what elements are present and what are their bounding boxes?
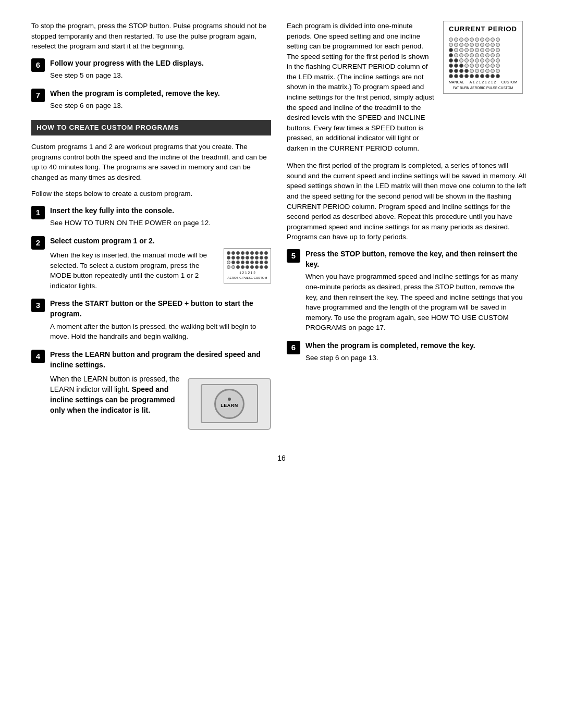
manual-label: MANUAL [449, 80, 464, 85]
led-row-3 [227, 261, 268, 264]
led-dot [250, 265, 254, 269]
matrix-row-5 [449, 58, 517, 63]
led-dot [246, 256, 249, 260]
step-6-number: 6 [31, 58, 45, 72]
step-7-number: 7 [31, 89, 45, 102]
step-6r-sub: See step 6 on page 13. [305, 353, 475, 363]
led-dot [231, 265, 235, 269]
step-1-number: 1 [31, 206, 45, 219]
led-row-1 [227, 251, 268, 255]
right-para-2: When the first period of the program is … [287, 161, 527, 242]
led-label-row: 1 2 1 2 1 2 [227, 270, 268, 275]
led-dot [227, 251, 230, 255]
right-column: Each program is divided into one-minute … [287, 21, 527, 437]
step-7-sub: See step 6 on page 13. [50, 101, 220, 111]
led-dot [241, 256, 244, 260]
led-dot [241, 265, 244, 269]
step-1-sub: See HOW TO TURN ON THE POWER on page 12. [50, 218, 211, 228]
two-column-layout: To stop the program, press the STOP butt… [31, 21, 532, 437]
led-dot [264, 261, 268, 264]
fat-burn-label: FAT BURN AEROBIC PULSE CUSTOM [449, 85, 517, 90]
led-label-aerobic: AEROBIC PULSE CUSTOM [227, 276, 268, 280]
custom-label: CUSTOM [501, 80, 517, 85]
step-2-title: Select custom program 1 or 2. [50, 236, 271, 246]
led-dot [260, 256, 263, 260]
step-6r-title: When the program is completed, remove th… [305, 340, 475, 351]
current-period-diagram: CURRENT PERIOD [443, 21, 527, 153]
matrix-row-2 [449, 43, 517, 47]
matrix-bottom-labels: MANUAL A 1 2 1 2 1 2 1 2 CUSTOM [449, 80, 517, 85]
matrix-row-1 [449, 38, 517, 42]
step-3-content: Press the START button or the SPEED + bu… [50, 298, 271, 342]
led-label-manual: 1 2 1 2 1 2 [239, 271, 255, 275]
step-4: 4 Press the LEARN button and program the… [31, 349, 271, 430]
step-6-sub: See step 5 on page 13. [50, 70, 204, 81]
step-7-title: When the program is completed, remove th… [50, 88, 220, 98]
step-6-right: 6 When the program is completed, remove … [287, 340, 527, 363]
step-4-text: When the LEARN button is pressed, the LE… [50, 374, 180, 416]
led-dot [231, 261, 235, 264]
right-intro-text: Each program is divided into one-minute … [287, 21, 436, 153]
matrix-row-8 [449, 74, 517, 78]
page: To stop the program, press the STOP butt… [0, 0, 563, 728]
section-header: HOW TO CREATE CUSTOM PROGRAMS [31, 120, 271, 135]
led-dot [227, 256, 230, 260]
led-dot [227, 261, 230, 264]
led-dot [260, 265, 263, 269]
led-dot [255, 251, 259, 255]
led-dot [227, 265, 230, 269]
page-number: 16 [31, 453, 532, 463]
step-3-text: A moment after the button is pressed, th… [50, 322, 271, 342]
led-dot [250, 251, 254, 255]
led-dot [236, 265, 240, 269]
current-period-title: CURRENT PERIOD [449, 24, 517, 34]
led-dot [250, 256, 254, 260]
led-dot [246, 265, 249, 269]
led-row-2 [227, 256, 268, 260]
led-dot [250, 261, 254, 264]
step-1-title: Insert the key fully into the console. [50, 205, 211, 216]
step-5-right: 5 Press the STOP button, remove the key,… [287, 249, 527, 333]
learn-button: LEARN [214, 389, 244, 419]
step-7: 7 When the program is completed, remove … [31, 88, 271, 111]
step-1-content: Insert the key fully into the console. S… [50, 205, 211, 228]
step-6r-content: When the program is completed, remove th… [305, 340, 475, 363]
matrix-row-3 [449, 48, 517, 52]
matrix-row-4 [449, 53, 517, 57]
learn-button-indicator [228, 398, 231, 401]
led-dot [260, 261, 263, 264]
led-dot [255, 265, 259, 269]
led-dot [241, 251, 244, 255]
step-3: 3 Press the START button or the SPEED + … [31, 298, 271, 342]
led-dot [236, 256, 240, 260]
learn-button-diagram-container: LEARN [188, 374, 271, 430]
led-dot [231, 256, 235, 260]
step-5-content: Press the STOP button, remove the key, a… [305, 249, 527, 333]
step-3-number: 3 [31, 299, 45, 312]
led-dot [264, 265, 268, 269]
step-5-title: Press the STOP button, remove the key, a… [305, 249, 527, 270]
led-dot [264, 256, 268, 260]
led-dot [231, 251, 235, 255]
step-4-number: 4 [31, 350, 45, 363]
matrix-row-7 [449, 69, 517, 73]
led-dot [255, 256, 259, 260]
step-6-left: 6 Follow your progress with the LED disp… [31, 58, 271, 81]
learn-button-diagram: LEARN [188, 378, 271, 430]
led-matrix [449, 38, 517, 78]
left-column: To stop the program, press the STOP butt… [31, 21, 271, 437]
num-labels: A 1 2 1 2 1 2 1 2 [469, 80, 496, 85]
step-6-title: Follow your progress with the LED displa… [50, 58, 204, 68]
led-para1: Each program is divided into one-minute … [287, 21, 436, 153]
step-1: 1 Insert the key fully into the console.… [31, 205, 271, 228]
step-5-text: When you have programmed speed and incli… [305, 272, 527, 332]
step-7-content: When the program is completed, remove th… [50, 88, 220, 111]
led-dot [236, 261, 240, 264]
led-dot [246, 251, 249, 255]
step-5-number: 5 [287, 249, 300, 263]
led-dot [246, 261, 249, 264]
led-dot [255, 261, 259, 264]
step-2-led-diagram: 1 2 1 2 1 2 AEROBIC PULSE CUSTOM [224, 248, 271, 283]
led-dot [241, 261, 244, 264]
led-dot [264, 251, 268, 255]
